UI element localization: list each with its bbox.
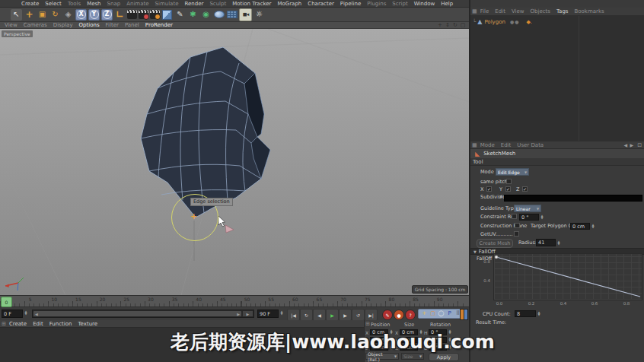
move-tool[interactable]: + (24, 9, 35, 21)
rotate-view-icon[interactable]: ↻ (452, 22, 458, 28)
viewport-menu-cameras[interactable]: Cameras (24, 22, 47, 28)
target-polygon-offset-spinner[interactable] (591, 224, 595, 229)
camera-button[interactable] (239, 8, 252, 21)
spline-pen-tool[interactable]: ✎ (174, 9, 186, 21)
zoom-view-icon[interactable]: ↕ (445, 22, 451, 28)
rotate-tool[interactable]: ↻ (49, 9, 61, 21)
object-row-polygon[interactable]: └ ▲ Polygon ● ● ◆. (470, 17, 644, 26)
viewport-menu-prorender[interactable]: ProRender (145, 22, 173, 28)
menu-item-character[interactable]: Character (308, 1, 334, 7)
om-menu-objects[interactable]: Objects (531, 8, 550, 14)
polygon-object-icon[interactable]: ▲ (477, 18, 482, 25)
construction-plane-checkbox[interactable] (515, 223, 520, 228)
menu-item-mograph[interactable]: MoGraph (277, 1, 301, 7)
toggle-view-icon[interactable]: ▢ (460, 22, 466, 28)
radius-field[interactable]: 41 (536, 239, 556, 246)
attr-menu-mode[interactable]: Mode (480, 142, 495, 148)
falloff-spline-editor[interactable] (493, 253, 642, 300)
material-menu-edit[interactable]: Edit (33, 321, 43, 327)
menu-item-tools[interactable]: Tools (68, 1, 81, 7)
axis-checkbox-z[interactable] (522, 186, 528, 192)
z-axis-lock[interactable]: Z (101, 9, 113, 21)
next-frame-button[interactable]: ▶ (339, 309, 352, 321)
subdivision-slider[interactable] (504, 195, 642, 202)
play-button[interactable]: ▶ (326, 309, 339, 321)
viewport-menu-filter[interactable]: Filter (106, 22, 119, 28)
live-selection-tool[interactable]: ↖ (11, 9, 22, 21)
om-menu-edit[interactable]: Edit (495, 8, 505, 14)
menu-item-animate[interactable]: Animate (126, 1, 148, 7)
menu-item-window[interactable]: Window (414, 1, 435, 7)
object-name[interactable]: Polygon (484, 19, 505, 25)
axis-checkbox-x[interactable] (486, 186, 492, 192)
timeline-playhead[interactable]: 0 (1, 297, 12, 307)
menu-item-create[interactable]: Create (21, 1, 39, 7)
menu-item-select[interactable]: Select (45, 1, 62, 7)
polygon-selection-tag-icon[interactable]: ◆. (526, 19, 532, 25)
goto-start-button[interactable]: |◀ (287, 309, 300, 321)
menu-item-help[interactable]: Help (441, 1, 453, 7)
target-polygon-offset-field[interactable]: 0 cm (570, 223, 590, 230)
attr-menu-user-data[interactable]: User Data (517, 142, 544, 148)
menu-item-motion-tracker[interactable]: Motion Tracker (232, 1, 271, 7)
menu-item-snap[interactable]: Snap (107, 1, 121, 7)
create-mesh-button[interactable]: Create Mesh (477, 239, 513, 248)
render-view-button[interactable] (127, 10, 137, 19)
add-cube-button[interactable] (161, 9, 173, 21)
cpu-count-field[interactable]: 8 (515, 310, 536, 317)
menu-item-plugins[interactable]: Plugins (367, 1, 386, 7)
viewport-menu-panel[interactable]: Panel (125, 22, 139, 28)
menu-item-sculpt[interactable]: Sculpt (209, 1, 226, 7)
getuv-checkbox[interactable] (514, 231, 519, 237)
constraint-rot-field[interactable]: 0 ° (519, 214, 539, 221)
material-menu-function[interactable]: Function (49, 321, 72, 327)
record-keyframe-button[interactable]: ✎ (382, 310, 393, 320)
same-pitch-checkbox[interactable] (506, 179, 512, 184)
material-menu-create[interactable]: Create (9, 321, 27, 327)
subdivision-handle[interactable] (500, 195, 502, 198)
attr-menu-edit[interactable]: Edit (501, 142, 512, 148)
timeline-scrollbar-thumb[interactable]: ◀▶ (33, 311, 241, 316)
goto-end-button[interactable]: ▶| (365, 309, 378, 321)
x-axis-lock[interactable]: X (75, 9, 87, 21)
pan-view-icon[interactable]: + (437, 22, 443, 28)
constraint-rot-checkbox[interactable] (512, 214, 517, 219)
last-used-tool[interactable]: ◈ (62, 9, 74, 21)
current-frame-spinner[interactable] (24, 310, 28, 316)
scale-tool[interactable]: ▣ (37, 9, 48, 21)
viewport-menu-options[interactable]: Options (79, 22, 100, 28)
om-menu-tags[interactable]: Tags (556, 8, 569, 14)
menu-item-script[interactable]: Script (392, 1, 407, 7)
radius-spinner[interactable] (556, 240, 561, 246)
play-reverse-button[interactable]: ↺ (352, 309, 365, 321)
om-menu-view[interactable]: View (512, 8, 524, 14)
coordinate-system-toggle[interactable]: ∟ (114, 9, 126, 21)
mograph-button[interactable]: ✱ (187, 9, 199, 21)
simulate-button[interactable]: ◉ (200, 9, 212, 21)
key-position-toggle[interactable]: + (421, 310, 428, 317)
axis-checkbox-y[interactable] (505, 186, 511, 192)
timeline-scrollbar[interactable]: ◀▶ ▶ (32, 310, 254, 318)
viewport-menu-view[interactable]: View (5, 22, 18, 28)
key-scale-toggle[interactable]: ▢ (429, 310, 436, 317)
perspective-viewport[interactable]: Perspective + Edge selection Grid Spacin… (0, 29, 469, 295)
visibility-dots2-icon[interactable]: ● (515, 19, 518, 24)
mode-dropdown[interactable]: Edit Edge▼ (496, 168, 529, 176)
lock-icon[interactable]: ⊡ (637, 142, 642, 148)
keyframe-options-button[interactable]: ? (405, 310, 416, 320)
floor-button[interactable] (226, 9, 238, 21)
y-axis-lock[interactable]: Y (88, 9, 100, 21)
constraint-rot-spinner[interactable] (540, 214, 544, 220)
guideline-type-dropdown[interactable]: Linear▼ (514, 205, 541, 212)
object-manager-tree[interactable]: └ ▲ Polygon ● ● ◆. (470, 16, 644, 141)
menu-item-render[interactable]: Render (184, 1, 203, 7)
om-menu-file[interactable]: File (480, 8, 489, 14)
autokey-button[interactable]: ● (394, 310, 404, 320)
end-frame-field[interactable]: 90 F (257, 310, 279, 318)
history-forward-icon[interactable]: ▶ (630, 142, 633, 148)
render-picture-viewer-button[interactable] (139, 10, 148, 19)
om-menu-bookmarks[interactable]: Bookmarks (574, 8, 604, 14)
loop-button[interactable]: ↻ (300, 309, 313, 321)
key-parameter-toggle[interactable]: P (446, 310, 453, 317)
render-settings-button[interactable] (150, 10, 160, 19)
